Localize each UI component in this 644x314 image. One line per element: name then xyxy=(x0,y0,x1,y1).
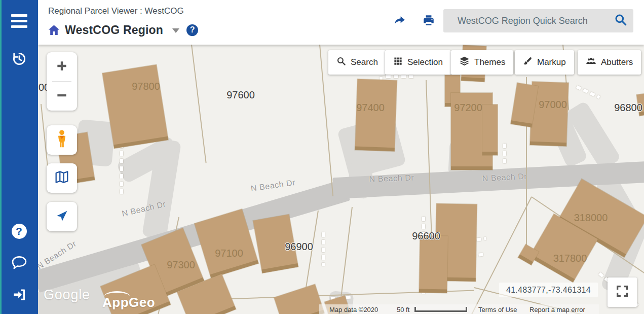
toolbar-button-label: Search xyxy=(351,57,378,67)
building xyxy=(482,104,498,155)
region-selector: WestCOG Region ? xyxy=(47,21,198,39)
search-magnifier-icon[interactable] xyxy=(614,13,627,28)
parcel-label: 97800 xyxy=(132,81,160,92)
history-button[interactable] xyxy=(0,48,38,72)
history-icon xyxy=(11,51,27,69)
sidebar-help-button[interactable]: ? xyxy=(0,220,38,243)
stone-wall-marks xyxy=(576,85,600,99)
home-icon[interactable] xyxy=(47,23,61,37)
search-icon xyxy=(336,56,346,68)
building xyxy=(355,79,397,152)
parcel-label: 97400 xyxy=(356,102,385,114)
building xyxy=(274,284,324,314)
sign-in-button[interactable] xyxy=(0,284,38,307)
feedback-chat-button[interactable] xyxy=(0,252,38,275)
street-name-label: N Beach Dr xyxy=(250,178,296,193)
parcel-label: 96900 xyxy=(285,241,313,253)
app-title: Regional Parcel Viewer : WestCOG xyxy=(48,6,184,16)
parcel-label: 96800 xyxy=(614,102,642,114)
people-group-icon xyxy=(586,56,596,69)
appgeo-logo[interactable]: AppGeo xyxy=(102,295,155,310)
map-icon xyxy=(54,169,70,187)
help-icon: ? xyxy=(12,224,27,239)
toolbar-selection-button[interactable]: Selection xyxy=(385,50,451,75)
parcel-label: 97100 xyxy=(215,248,243,259)
toolbar-button-label: Markup xyxy=(537,57,566,67)
toolbar-themes-button[interactable]: Themes xyxy=(451,50,513,75)
stone-wall-marks xyxy=(386,75,415,78)
toolbar-button-label: Themes xyxy=(474,57,505,67)
toolbar-button-label: Selection xyxy=(407,57,443,67)
sidebar: ? xyxy=(0,0,38,314)
dropdown-caret-icon[interactable] xyxy=(172,28,179,33)
scale-label: 50 ft xyxy=(397,306,409,313)
report-map-error-link[interactable]: Report a map error xyxy=(529,306,585,313)
quick-search-input[interactable] xyxy=(457,15,614,27)
parcel-label: 317800 xyxy=(553,253,587,264)
parcel-label: 97200 xyxy=(454,102,482,114)
parcel-label: 97600 xyxy=(226,89,255,101)
region-title: WestCOG Region xyxy=(65,23,163,37)
street-name-label: N Beach Dr xyxy=(369,173,414,184)
my-location-button[interactable] xyxy=(47,202,77,231)
map-shapes-layer: 0097800976009740097200970009680097100969… xyxy=(38,45,644,314)
selection-grid-icon xyxy=(393,56,403,68)
zoom-control xyxy=(47,52,77,111)
stone-wall-marks xyxy=(503,144,506,166)
toolbar-search-button[interactable]: Search xyxy=(328,50,386,75)
google-logo[interactable]: Google xyxy=(44,287,90,303)
basemap-button[interactable] xyxy=(47,163,77,193)
fullscreen-icon xyxy=(615,284,630,301)
terms-of-use-link[interactable]: Terms of Use xyxy=(478,306,517,313)
minus-icon xyxy=(55,89,68,104)
zoom-out-button[interactable] xyxy=(47,82,77,111)
fullscreen-button[interactable] xyxy=(608,277,637,307)
quick-search-box xyxy=(443,9,633,32)
plus-icon xyxy=(55,59,68,75)
zoom-in-button[interactable] xyxy=(47,52,77,81)
sign-in-icon xyxy=(11,287,27,304)
navigation-arrow-icon xyxy=(55,208,69,225)
street-view-pegman-button[interactable] xyxy=(47,125,77,155)
toolbar-markup-button[interactable]: Markup xyxy=(515,50,574,75)
toolbar-button-label: Abutters xyxy=(601,57,633,67)
toolbar-abutters-button[interactable]: Abutters xyxy=(578,50,641,75)
parcel-boundary-line xyxy=(191,45,207,163)
header-help-icon[interactable]: ? xyxy=(186,24,198,36)
parcel-label: 96600 xyxy=(412,230,440,242)
map-data-copyright: Map data ©2020 xyxy=(329,306,378,313)
layers-icon xyxy=(459,56,470,69)
parcel-label: 318000 xyxy=(574,212,608,224)
teal-accent-strip xyxy=(0,0,2,314)
parcel-label: 97300 xyxy=(167,259,195,271)
brush-icon xyxy=(523,56,533,68)
pegman-icon xyxy=(53,129,70,151)
chat-bubble-icon xyxy=(11,255,28,272)
share-button[interactable] xyxy=(393,14,408,28)
hamburger-menu-button[interactable] xyxy=(0,10,38,33)
hamburger-icon xyxy=(11,14,27,30)
parcel-label: 97000 xyxy=(539,99,567,111)
map-canvas[interactable]: 0097800976009740097200970009680097100969… xyxy=(38,45,644,314)
stone-wall-marks xyxy=(322,232,325,266)
building xyxy=(419,236,448,293)
scale-bar xyxy=(414,307,467,312)
building xyxy=(102,64,168,148)
header: Regional Parcel Viewer : WestCOG WestCOG… xyxy=(38,0,644,45)
print-button[interactable] xyxy=(422,14,437,28)
coordinates-readout: 41.483777,-73.461314 xyxy=(499,283,598,297)
